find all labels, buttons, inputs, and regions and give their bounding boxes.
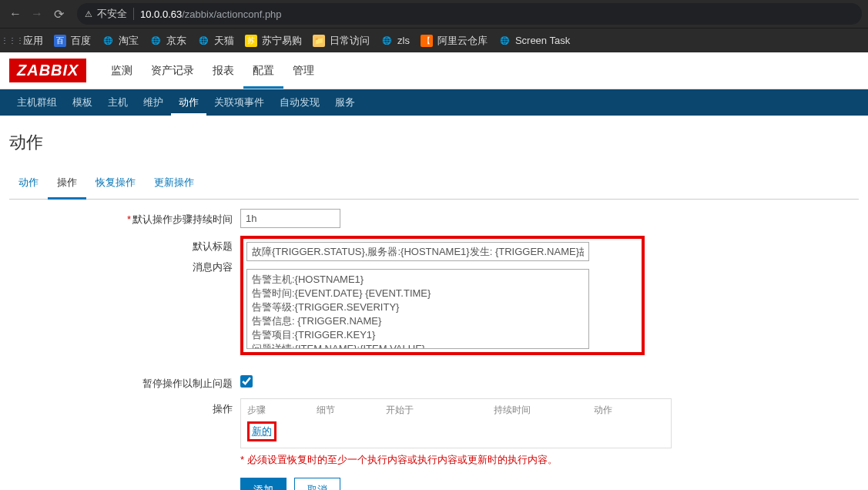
sub-nav-item[interactable]: 维护 xyxy=(136,89,171,116)
sub-nav-item[interactable]: 动作 xyxy=(171,89,206,116)
subject-label: 默认标题 xyxy=(9,236,240,253)
sub-nav-item[interactable]: 主机 xyxy=(100,89,136,116)
ops-col-action: 动作 xyxy=(594,404,665,417)
bookmark-label: 阿里云仓库 xyxy=(437,34,488,48)
bookmark-item[interactable]: 🌐淘宝 xyxy=(102,34,139,48)
bookmark-item[interactable]: 苏苏宁易购 xyxy=(245,34,302,48)
ops-col-step: 步骤 xyxy=(247,404,317,417)
back-icon[interactable]: ← xyxy=(6,5,25,23)
ops-label: 操作 xyxy=(9,398,240,416)
config-tab[interactable]: 更新操作 xyxy=(145,168,203,199)
url-host: 10.0.0.63 xyxy=(140,8,182,20)
config-tab[interactable]: 动作 xyxy=(9,168,48,199)
sub-nav: 主机群组模板主机维护动作关联项事件自动发现服务 xyxy=(0,89,868,116)
bookmark-icon: 苏 xyxy=(245,35,257,47)
ops-col-start: 开始于 xyxy=(386,404,494,417)
pause-checkbox[interactable] xyxy=(240,375,253,388)
new-highlight: 新的 xyxy=(247,421,276,441)
bookmark-item[interactable]: ⋮⋮⋮应用 xyxy=(6,34,43,48)
validation-warning: *必须设置恢复时的至少一个执行内容或执行内容或更新时的执行内容。 xyxy=(240,453,859,467)
config-tab[interactable]: 操作 xyxy=(48,168,86,200)
bookmark-icon: 🌐 xyxy=(102,35,114,47)
cancel-button[interactable]: 取消 xyxy=(294,478,340,490)
bookmark-label: Screen Task xyxy=(515,35,570,46)
page-title: 动作 xyxy=(9,123,859,168)
security-label: 不安全 xyxy=(97,7,127,21)
sub-nav-item[interactable]: 模板 xyxy=(65,89,100,116)
bookmark-icon: 🌐 xyxy=(149,35,162,47)
bookmark-label: zls xyxy=(397,35,410,46)
message-textarea[interactable] xyxy=(246,269,589,349)
subject-input[interactable] xyxy=(246,242,589,261)
sub-nav-item[interactable]: 主机群组 xyxy=(9,89,65,116)
bookmark-label: 日常访问 xyxy=(330,34,370,48)
main-nav-item[interactable]: 管理 xyxy=(283,53,323,89)
app-header: ZABBIX 监测资产记录报表配置管理 xyxy=(0,52,868,89)
bookmark-item[interactable]: 百百度 xyxy=(54,34,91,48)
sub-nav-item[interactable]: 关联项事件 xyxy=(206,89,272,116)
main-nav: 监测资产记录报表配置管理 xyxy=(102,53,323,89)
duration-label: *默认操作步骤持续时间 xyxy=(9,209,240,227)
new-operation-link[interactable]: 新的 xyxy=(252,425,272,437)
bookmark-icon: 🌐 xyxy=(197,35,209,47)
address-bar[interactable]: ⚠ 不安全 10.0.0.63/zabbix/actionconf.php xyxy=(77,3,862,25)
bookmark-icon: 📁 xyxy=(313,35,325,47)
browser-toolbar: ← → ⟳ ⚠ 不安全 10.0.0.63/zabbix/actionconf.… xyxy=(0,0,868,28)
duration-input[interactable] xyxy=(240,209,340,228)
url-path: /zabbix/actionconf.php xyxy=(182,8,281,20)
bookmark-item[interactable]: 🌐京东 xyxy=(149,34,186,48)
forward-icon[interactable]: → xyxy=(28,5,46,23)
bookmark-label: 应用 xyxy=(23,34,43,48)
zabbix-logo[interactable]: ZABBIX xyxy=(9,59,86,82)
main-nav-item[interactable]: 报表 xyxy=(203,53,243,89)
addr-separator xyxy=(133,8,134,20)
bookmark-label: 苏宁易购 xyxy=(262,34,302,48)
bookmark-label: 天猫 xyxy=(214,34,234,48)
bookmarks-bar: ⋮⋮⋮应用百百度🌐淘宝🌐京东🌐天猫苏苏宁易购📁日常访问🌐zls【阿里云仓库🌐Sc… xyxy=(0,28,868,52)
bookmark-icon: 百 xyxy=(54,35,66,47)
main-nav-item[interactable]: 配置 xyxy=(243,53,283,89)
bookmark-label: 百度 xyxy=(71,34,91,48)
ops-col-detail: 细节 xyxy=(317,404,386,417)
highlighted-fields xyxy=(240,236,645,355)
config-tabs: 动作操作恢复操作更新操作 xyxy=(9,168,859,200)
ops-col-duration: 持续时间 xyxy=(494,404,594,417)
main-nav-item[interactable]: 监测 xyxy=(102,53,142,89)
warn-icon: ⚠ xyxy=(85,9,92,19)
bookmark-item[interactable]: 🌐Screen Task xyxy=(498,35,570,47)
bookmark-label: 京东 xyxy=(166,34,186,48)
sub-nav-item[interactable]: 自动发现 xyxy=(272,89,327,116)
bookmark-label: 淘宝 xyxy=(119,34,139,48)
bookmark-icon: 【 xyxy=(421,35,433,47)
bookmark-item[interactable]: 【阿里云仓库 xyxy=(421,34,488,48)
operations-table: 步骤 细节 开始于 持续时间 动作 新的 xyxy=(240,398,672,448)
bookmark-item[interactable]: 🌐天猫 xyxy=(197,34,234,48)
reload-icon[interactable]: ⟳ xyxy=(49,5,68,23)
bookmark-icon: ⋮⋮⋮ xyxy=(6,35,18,47)
add-button[interactable]: 添加 xyxy=(240,478,287,490)
bookmark-icon: 🌐 xyxy=(380,35,393,47)
sub-nav-item[interactable]: 服务 xyxy=(327,89,363,116)
pause-label: 暂停操作以制止问题 xyxy=(9,373,240,391)
config-tab[interactable]: 恢复操作 xyxy=(86,168,145,199)
bookmark-item[interactable]: 📁日常访问 xyxy=(313,34,370,48)
bookmark-item[interactable]: 🌐zls xyxy=(380,35,410,47)
bookmark-icon: 🌐 xyxy=(498,35,511,47)
ops-header-row: 步骤 细节 开始于 持续时间 动作 xyxy=(241,399,671,421)
main-nav-item[interactable]: 资产记录 xyxy=(142,53,203,89)
